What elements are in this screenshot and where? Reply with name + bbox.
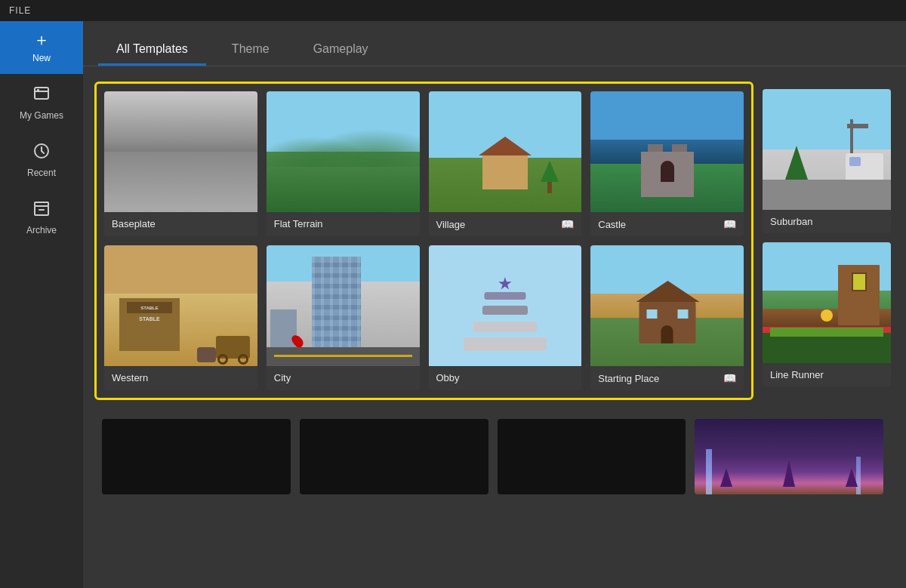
sidebar-label-my-games: My Games: [20, 110, 63, 121]
village-roof: [479, 137, 532, 155]
western-sign: STABLE: [127, 302, 172, 313]
obby-platform: [464, 337, 547, 351]
template-card-castle[interactable]: Castle 📖: [590, 91, 744, 236]
partial-right-column: Suburban Line Runner: [763, 82, 891, 411]
city-road-line: [274, 355, 412, 357]
city-building-tall: [312, 257, 361, 347]
sidebar-label-recent: Recent: [27, 168, 56, 178]
lr-window: [852, 272, 867, 291]
western-wheel-left: [217, 354, 228, 365]
book-icon-castle: 📖: [723, 218, 736, 230]
thumbnail-suburban: [763, 89, 891, 210]
my-games-icon: [32, 85, 51, 106]
sp-window-left: [646, 309, 657, 319]
lr-building: [838, 265, 880, 325]
western-building: STABLE: [119, 298, 180, 351]
bottom-thumb-purple[interactable]: [695, 419, 883, 494]
tab-gameplay[interactable]: Gameplay: [295, 35, 387, 66]
western-horse: [197, 347, 216, 362]
western-wheel-right: [238, 354, 248, 365]
sp-window-right: [677, 309, 688, 319]
template-info-village: Village 📖: [429, 212, 582, 236]
village-house: [479, 137, 532, 189]
template-name-suburban: Suburban: [770, 216, 812, 227]
template-card-baseplate[interactable]: Baseplate: [104, 91, 257, 236]
purple-tree-2: [783, 460, 795, 487]
book-icon-starting-place: 📖: [723, 372, 736, 384]
sp-roof: [636, 281, 699, 302]
bottom-thumb-1[interactable]: [102, 419, 291, 494]
templates-grid-main: Baseplate Flat Terrain: [104, 91, 744, 390]
western-cart: [216, 336, 250, 359]
village-tree-top: [541, 161, 559, 182]
template-name-village: Village: [436, 219, 466, 230]
tab-theme[interactable]: Theme: [214, 35, 288, 66]
thumbnail-castle: [590, 91, 744, 212]
template-card-city[interactable]: City: [267, 245, 420, 390]
template-name-flat-terrain: Flat Terrain: [274, 218, 323, 229]
thumbnail-city: [267, 245, 420, 366]
thumbnail-starting-place: [590, 245, 744, 366]
template-info-line-runner: Line Runner: [763, 363, 891, 386]
thumbnail-obby: [429, 245, 582, 366]
thumbnail-flat-terrain: [267, 91, 420, 212]
svg-rect-1: [37, 89, 39, 91]
archive-icon: [32, 199, 51, 220]
obby-platform-2: [473, 322, 537, 332]
city-glass: [312, 257, 361, 347]
template-info-city: City: [267, 366, 420, 389]
purple-tree-1: [720, 468, 732, 487]
castle-body: [641, 152, 694, 197]
main-layout: ＋ New My Games Recent: [0, 21, 906, 588]
template-info-castle: Castle 📖: [590, 212, 744, 236]
file-label: FILE: [9, 5, 31, 16]
template-info-starting-place: Starting Place 📖: [590, 366, 744, 390]
terrain-hills: [267, 129, 420, 167]
template-card-starting-place[interactable]: Starting Place 📖: [590, 245, 744, 390]
suburban-light: [847, 124, 868, 128]
template-name-western: Western: [112, 372, 148, 383]
lr-coin: [821, 309, 833, 322]
suburban-tree: [785, 146, 808, 180]
thumbnail-line-runner: [763, 242, 891, 363]
template-name-city: City: [274, 372, 291, 383]
sidebar: ＋ New My Games Recent: [0, 21, 83, 588]
sidebar-item-archive[interactable]: Archive: [0, 189, 83, 246]
template-name-baseplate: Baseplate: [112, 218, 156, 229]
sp-door: [661, 325, 673, 343]
sidebar-item-recent[interactable]: Recent: [0, 131, 83, 189]
obby-platform-top: [484, 292, 525, 300]
thumbnail-village: [429, 91, 582, 212]
tab-all-templates[interactable]: All Templates: [98, 35, 206, 66]
thumbnail-western: STABLE: [104, 245, 257, 366]
village-body: [482, 155, 528, 189]
suburban-road: [763, 180, 891, 210]
bottom-thumb-2[interactable]: [300, 419, 488, 494]
baseplate-grid: [104, 152, 257, 212]
template-card-line-runner[interactable]: Line Runner: [763, 242, 891, 386]
city-road: [267, 347, 420, 366]
obby-platform-3: [482, 306, 528, 315]
highlighted-section: Baseplate Flat Terrain: [94, 82, 753, 400]
templates-container: Baseplate Flat Terrain: [83, 66, 906, 588]
svg-rect-0: [35, 88, 48, 99]
template-card-suburban[interactable]: Suburban: [763, 89, 891, 233]
template-name-castle: Castle: [598, 219, 626, 230]
bottom-thumb-3[interactable]: [498, 419, 686, 494]
template-info-suburban: Suburban: [763, 210, 891, 233]
template-card-flat-terrain[interactable]: Flat Terrain: [267, 91, 420, 236]
purple-tree-3: [846, 468, 858, 487]
sidebar-item-my-games[interactable]: My Games: [0, 74, 83, 131]
template-card-western[interactable]: STABLE Western: [104, 245, 257, 390]
recent-icon: [32, 142, 51, 163]
bottom-row: [94, 419, 891, 494]
template-info-obby: Obby: [429, 366, 582, 389]
book-icon-village: 📖: [561, 218, 574, 230]
template-card-obby[interactable]: Obby: [429, 245, 582, 390]
sidebar-label-new: New: [32, 53, 51, 63]
village-tree: [541, 161, 559, 193]
tabs-bar: All Templates Theme Gameplay: [83, 21, 906, 66]
template-card-village[interactable]: Village 📖: [429, 91, 582, 236]
sidebar-item-new[interactable]: ＋ New: [0, 21, 83, 74]
sidebar-label-archive: Archive: [26, 225, 57, 236]
